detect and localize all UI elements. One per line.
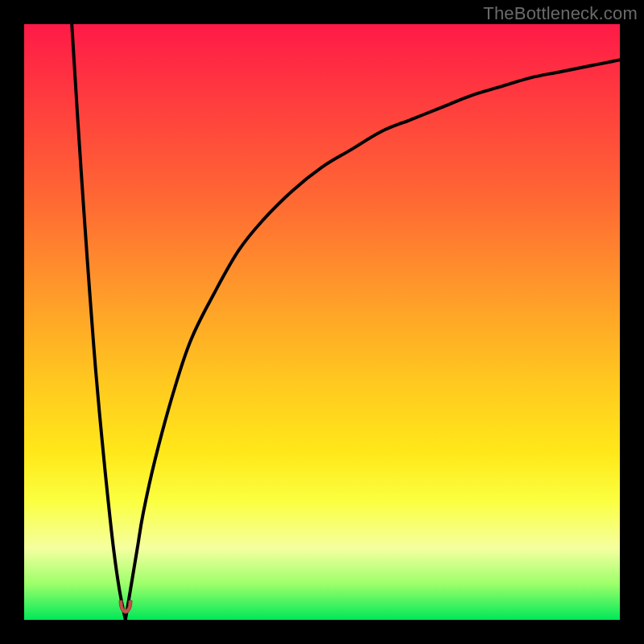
chart-frame: TheBottleneck.com	[0, 0, 644, 644]
plot-area	[24, 24, 620, 620]
bottleneck-curve	[24, 24, 620, 620]
curve-left-branch	[72, 24, 126, 620]
curve-right-branch	[126, 60, 620, 620]
watermark-text: TheBottleneck.com	[483, 3, 638, 24]
optimal-marker	[117, 599, 134, 615]
